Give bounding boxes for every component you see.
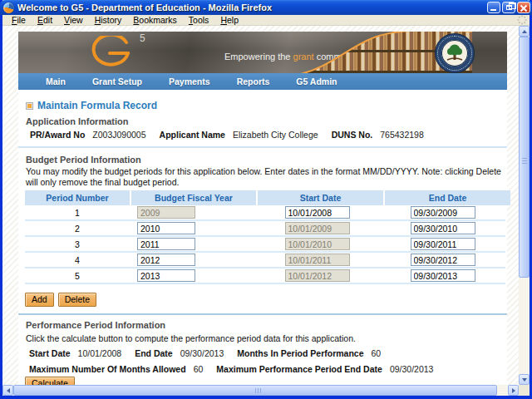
end-date-cell [380,269,505,282]
period-number: 1 [25,208,130,218]
column-header-budget-fiscal-year: Budget Fiscal Year [131,190,256,205]
budget-fiscal-year-input[interactable] [137,254,195,266]
vertical-scroll-thumb[interactable] [519,37,530,278]
budget-fiscal-year-input[interactable] [137,222,195,234]
field-label-applicant-name: Applicant Name [160,130,225,140]
budget-fiscal-year-input [137,206,195,219]
performance-period-heading: Performance Period Information [26,320,165,330]
menu-bar: FileEditViewHistoryBookmarksToolsHelp [2,15,530,26]
menu-edit[interactable]: Edit [32,15,58,25]
nav-item-main[interactable]: Main [46,76,66,86]
title-bar: Welcome to G5 - Department of Education … [0,0,532,15]
scroll-up-icon[interactable] [519,26,530,37]
page-viewport: 5 Empowering the grant community. [2,26,519,385]
horizontal-scroll-thumb[interactable] [13,385,497,396]
start-date-input [285,269,350,282]
end-date-input[interactable] [411,254,475,266]
end-date-input[interactable] [411,206,475,219]
end-date-input[interactable] [411,222,475,234]
start-date-input [285,254,350,266]
period-number: 3 [25,239,130,249]
scrollbar-corner [519,385,530,396]
menu-file[interactable]: File [6,15,32,25]
start-date-cell [254,254,380,266]
g5-banner: 5 Empowering the grant community. [18,32,507,73]
menu-view[interactable]: View [58,15,89,25]
budget-table-header: Period NumberBudget Fiscal YearStart Dat… [25,190,505,205]
nav-item-reports[interactable]: Reports [237,76,270,86]
minimize-button[interactable] [487,2,500,13]
scroll-down-icon[interactable] [519,374,530,385]
scroll-left-icon[interactable] [2,385,13,396]
field-label-months-in-period-performance: Months In Period Performance [237,348,363,358]
budget-table-body: 12345 [25,205,505,284]
column-header-start-date: Start Date [258,190,383,205]
application-fields: PR/Award NoZ003J090005Applicant NameEliz… [30,130,437,140]
firefox-icon [3,2,14,13]
scroll-right-icon[interactable] [508,385,519,396]
field-label-start-date: Start Date [29,348,71,358]
end-date-cell [380,254,505,266]
department-of-education-seal [436,34,474,72]
field-label-pr-award-no: PR/Award No [30,130,85,140]
performance-instructions: Click the calculate button to compute th… [26,333,356,343]
budget-period-row: 4 [25,253,505,268]
budget-instructions: You may modify the budget periods for th… [26,166,503,188]
menu-history[interactable]: History [89,15,128,25]
horizontal-scrollbar[interactable] [2,385,519,396]
field-value-start-date: 10/01/2008 [78,348,122,358]
end-date-cell [380,238,505,250]
column-header-period-number: Period Number [25,190,130,205]
logo-5-label: 5 [140,32,145,44]
browser-window: Welcome to G5 - Department of Education … [0,0,532,399]
calculate-button[interactable]: Calculate [25,377,75,385]
budget-period-row: 5 [25,268,505,284]
page-content: Maintain Formula Record Application Info… [18,90,507,385]
close-button[interactable] [517,2,530,13]
menu-help[interactable]: Help [214,15,244,25]
end-date-cell [380,206,505,219]
page-title: Maintain Formula Record [37,100,157,111]
menu-bookmarks[interactable]: Bookmarks [127,15,183,25]
nav-item-g5-admin[interactable]: G5 Admin [296,76,337,86]
field-value-duns-no-: 765432198 [380,130,424,140]
end-date-input[interactable] [411,269,475,282]
application-information-heading: Application Information [26,116,128,126]
end-date-cell [380,222,505,234]
add-button[interactable]: Add [25,293,54,307]
budget-fiscal-year-input[interactable] [137,269,195,282]
performance-fields-row1: Start Date10/01/2008End Date09/30/2013Mo… [29,348,394,358]
restore-button[interactable] [502,2,515,13]
budget-period-table: Period NumberBudget Fiscal YearStart Dat… [25,190,505,284]
field-value-months-in-period-performance: 60 [372,348,382,358]
budget-period-heading: Budget Period Information [26,155,141,165]
end-date-input[interactable] [411,238,475,250]
column-header-end-date: End Date [385,190,510,205]
budget-fiscal-year-cell [130,254,254,266]
vertical-scrollbar[interactable] [519,26,530,385]
start-date-input [285,238,350,250]
section-divider [18,146,507,148]
period-number: 4 [25,255,130,265]
field-label-duns-no-: DUNS No. [332,130,373,140]
budget-fiscal-year-cell [130,269,254,282]
field-value-maximum-number-of-months-allowed: 60 [194,364,204,374]
nav-bar: MainGrant SetupPaymentsReportsG5 Admin [18,73,507,90]
menu-tools[interactable]: Tools [183,15,215,25]
menu-items: FileEditViewHistoryBookmarksToolsHelp [6,15,244,25]
nav-item-payments[interactable]: Payments [169,76,210,86]
delete-button[interactable]: Delete [58,293,96,307]
nav-item-grant-setup[interactable]: Grant Setup [92,76,142,86]
field-label-end-date: End Date [135,348,173,358]
field-value-pr-award-no: Z003J090005 [92,130,145,140]
g5-logo-icon [78,36,131,71]
field-value-maximum-performance-period-end-date: 09/30/2013 [390,364,434,374]
budget-period-row: 3 [25,237,505,253]
start-date-cell [254,222,380,234]
budget-fiscal-year-cell [130,222,254,234]
start-date-input [285,222,350,234]
window-title: Welcome to G5 - Department of Education … [17,2,487,12]
start-date-input[interactable] [285,206,350,219]
start-date-cell [254,238,380,250]
budget-fiscal-year-input[interactable] [137,238,195,250]
